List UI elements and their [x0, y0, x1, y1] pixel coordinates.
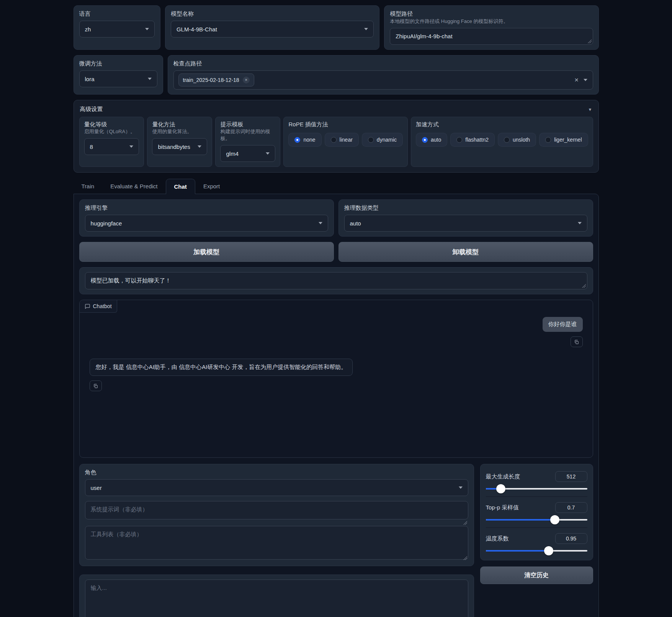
template-group: 提示模板 构建提示词时使用的模板。 glm4	[215, 117, 280, 167]
inference-dtype-dropdown[interactable]: auto	[344, 215, 587, 232]
tools-textarea[interactable]	[85, 526, 468, 560]
radio-dot-icon	[504, 137, 510, 143]
quantization-bit-group: 量化等级 启用量化（QLoRA）。 8	[79, 117, 144, 167]
template-dropdown[interactable]: glm4	[220, 145, 275, 162]
unload-model-button[interactable]: 卸载模型	[338, 242, 593, 262]
inference-engine-dropdown[interactable]: huggingface	[85, 215, 328, 232]
status-textbox[interactable]: 模型已加载，可以开始聊天了！	[85, 272, 587, 289]
language-label: 语言	[79, 10, 155, 18]
top-row: 语言 zh 模型名称 GLM-4-9B-Chat 模型路径 本地模型的文件路径或…	[74, 5, 599, 50]
advanced-settings-accordion: 高级设置 ▼ 量化等级 启用量化（QLoRA）。 8 量化方法 使用的量化算法。…	[74, 100, 599, 173]
model-name-panel: 模型名称 GLM-4-9B-Chat	[165, 5, 379, 50]
role-label: 角色	[85, 469, 468, 476]
max-length-value[interactable]: 512	[555, 471, 587, 482]
radio-booster-auto[interactable]: auto	[416, 133, 447, 147]
radio-label: linear	[340, 137, 353, 143]
finetune-method-dropdown[interactable]: lora	[79, 70, 157, 87]
slider-handle[interactable]	[550, 515, 559, 524]
load-model-button[interactable]: 加载模型	[79, 242, 334, 262]
status-text: 模型已加载，可以开始聊天了！	[91, 277, 171, 284]
radio-booster-flashattn2[interactable]: flashattn2	[450, 133, 495, 147]
clear-all-icon[interactable]: ✕	[574, 77, 579, 83]
engine-row: 推理引擎 huggingface 推理数据类型 auto	[79, 199, 593, 237]
chat-input-textarea[interactable]	[85, 579, 468, 617]
system-prompt-textarea[interactable]	[85, 501, 468, 519]
language-dropdown[interactable]: zh	[79, 21, 155, 38]
quantization-bit-value: 8	[90, 144, 93, 150]
clear-history-button[interactable]: 清空历史	[480, 566, 593, 584]
webui-root: 语言 zh 模型名称 GLM-4-9B-Chat 模型路径 本地模型的文件路径或…	[74, 0, 599, 617]
max-length-slider[interactable]	[486, 488, 587, 490]
chevron-down-icon	[319, 222, 322, 224]
accordion-arrow-icon: ▼	[588, 107, 592, 112]
tab-evaluate-predict[interactable]: Evaluate & Predict	[102, 179, 165, 194]
max-length-label: 最大生成长度	[486, 473, 520, 480]
user-message-row: 你好你是谁	[80, 300, 593, 347]
radio-dot-icon	[545, 137, 551, 143]
slider-fill	[486, 550, 549, 552]
radio-label: none	[303, 137, 315, 143]
chevron-down-icon	[266, 152, 270, 155]
model-path-value: ZhipuAI/glm-4-9b-chat	[396, 33, 452, 39]
top-p-slider[interactable]	[486, 519, 587, 521]
quantization-bit-label: 量化等级	[84, 121, 139, 128]
temperature-label: 温度系数	[486, 535, 509, 542]
quantization-bit-dropdown[interactable]: 8	[84, 138, 139, 155]
chat-bubble-icon	[85, 304, 90, 309]
checkpoint-tag: train_2025-02-18-12-18 ×	[178, 73, 254, 87]
temperature-slider[interactable]	[486, 550, 587, 552]
copy-assistant-message-button[interactable]	[90, 380, 102, 391]
chatbot-header: Chatbot	[80, 300, 117, 313]
assistant-message-row: 您好，我是 信息中心AI助手，由 信息中心AI研发中心 开发，旨在为用户提供智能…	[80, 347, 593, 391]
chevron-down-icon[interactable]	[584, 79, 587, 81]
quantization-method-dropdown[interactable]: bitsandbytes	[152, 138, 207, 155]
inference-engine-value: huggingface	[91, 220, 122, 227]
role-dropdown[interactable]: user	[85, 479, 468, 496]
copy-icon	[93, 384, 98, 388]
chevron-down-icon	[148, 78, 152, 80]
chevron-down-icon	[459, 486, 463, 489]
model-buttons-row: 加载模型 卸载模型	[79, 242, 593, 262]
checkpoint-multiselect[interactable]: train_2025-02-18-12-18 × ✕	[173, 70, 593, 90]
radio-dot-icon	[422, 137, 428, 143]
tab-chat[interactable]: Chat	[166, 179, 195, 194]
inference-engine-panel: 推理引擎 huggingface	[79, 199, 334, 237]
model-path-input[interactable]: ZhipuAI/glm-4-9b-chat	[390, 28, 593, 45]
temperature-value[interactable]: 0.95	[555, 533, 587, 544]
radio-rope-dynamic[interactable]: dynamic	[362, 133, 403, 147]
radio-rope-none[interactable]: none	[288, 133, 321, 147]
top-p-slider-group: Top-p 采样值 0.7	[486, 496, 587, 527]
slider-handle[interactable]	[496, 484, 505, 493]
radio-dot-icon	[331, 137, 337, 143]
radio-booster-liger-kernel[interactable]: liger_kernel	[539, 133, 588, 147]
resize-grip-icon[interactable]	[463, 521, 467, 525]
chat-bottom-area: 角色 user	[79, 464, 593, 617]
system-prompt-wrap	[85, 501, 468, 526]
resize-grip-icon[interactable]	[587, 39, 592, 43]
radio-dot-icon	[294, 137, 300, 143]
slider-handle[interactable]	[544, 546, 553, 555]
copy-user-message-button[interactable]	[571, 336, 583, 347]
radio-label: auto	[431, 137, 441, 143]
chevron-down-icon	[578, 222, 582, 224]
remove-tag-icon[interactable]: ×	[243, 77, 250, 83]
top-p-value[interactable]: 0.7	[555, 502, 587, 513]
resize-grip-icon[interactable]	[463, 556, 467, 560]
radio-booster-unsloth[interactable]: unsloth	[498, 133, 536, 147]
rope-scaling-radios: none linear dynamic	[288, 133, 403, 147]
template-info: 构建提示词时使用的模板。	[220, 128, 275, 142]
slider-fill	[486, 519, 555, 521]
language-value: zh	[85, 26, 91, 33]
model-name-dropdown[interactable]: GLM-4-9B-Chat	[171, 21, 374, 38]
model-path-panel: 模型路径 本地模型的文件路径或 Hugging Face 的模型标识符。 Zhi…	[384, 5, 598, 50]
quantization-method-group: 量化方法 使用的量化算法。 bitsandbytes	[147, 117, 212, 167]
tab-train[interactable]: Train	[74, 179, 103, 194]
model-path-info: 本地模型的文件路径或 Hugging Face 的模型标识符。	[390, 18, 593, 25]
radio-rope-linear[interactable]: linear	[325, 133, 359, 147]
advanced-settings-header[interactable]: 高级设置 ▼	[79, 105, 593, 117]
tab-export[interactable]: Export	[195, 179, 228, 194]
model-path-label: 模型路径	[390, 10, 593, 18]
chevron-down-icon	[129, 145, 133, 148]
checkpoint-panel: 检查点路径 train_2025-02-18-12-18 × ✕	[168, 55, 599, 95]
resize-grip-icon[interactable]	[582, 284, 586, 288]
